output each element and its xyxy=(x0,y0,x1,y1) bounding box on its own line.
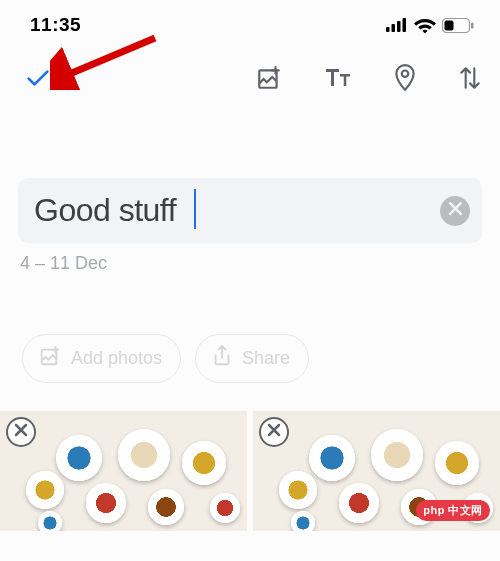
close-icon xyxy=(14,423,28,441)
text-cursor xyxy=(194,189,196,229)
share-button[interactable]: Share xyxy=(195,334,309,383)
remove-photo-button[interactable] xyxy=(6,417,36,447)
svg-rect-6 xyxy=(471,22,474,28)
clear-title-button[interactable] xyxy=(440,196,470,226)
actions-row: Add photos Share xyxy=(0,334,500,383)
battery-icon xyxy=(442,18,474,33)
status-right-icons xyxy=(386,17,474,33)
close-icon xyxy=(448,201,463,220)
add-image-icon[interactable] xyxy=(256,65,282,95)
svg-rect-0 xyxy=(386,27,390,32)
svg-rect-3 xyxy=(403,18,407,32)
date-range: 4 – 11 Dec xyxy=(18,253,482,274)
title-input-wrap[interactable] xyxy=(18,178,482,243)
check-icon[interactable] xyxy=(24,64,52,96)
status-time: 11:35 xyxy=(30,14,81,36)
svg-rect-1 xyxy=(392,24,396,32)
close-icon xyxy=(267,423,281,441)
toolbar xyxy=(0,42,500,96)
watermark-badge: php 中文网 xyxy=(416,500,490,521)
remove-photo-button[interactable] xyxy=(259,417,289,447)
share-icon xyxy=(212,345,232,372)
status-bar: 11:35 xyxy=(0,0,500,42)
photo-grid: php 中文网 xyxy=(0,411,500,531)
photo-thumbnail[interactable]: php 中文网 xyxy=(253,411,500,531)
svg-rect-5 xyxy=(445,20,454,30)
share-label: Share xyxy=(242,348,290,369)
photo-thumbnail[interactable] xyxy=(0,411,247,531)
svg-rect-2 xyxy=(397,21,401,32)
add-photos-label: Add photos xyxy=(71,348,162,369)
text-style-icon[interactable] xyxy=(324,65,352,95)
cellular-signal-icon xyxy=(386,18,408,32)
add-photos-button[interactable]: Add photos xyxy=(22,334,181,383)
sort-arrows-icon[interactable] xyxy=(458,64,482,96)
svg-point-8 xyxy=(402,70,408,76)
add-image-icon xyxy=(39,345,61,372)
location-pin-icon[interactable] xyxy=(394,64,416,96)
wifi-icon xyxy=(414,17,436,33)
title-input[interactable] xyxy=(34,192,426,229)
photo-content xyxy=(0,411,247,531)
title-section: 4 – 11 Dec xyxy=(0,178,500,274)
